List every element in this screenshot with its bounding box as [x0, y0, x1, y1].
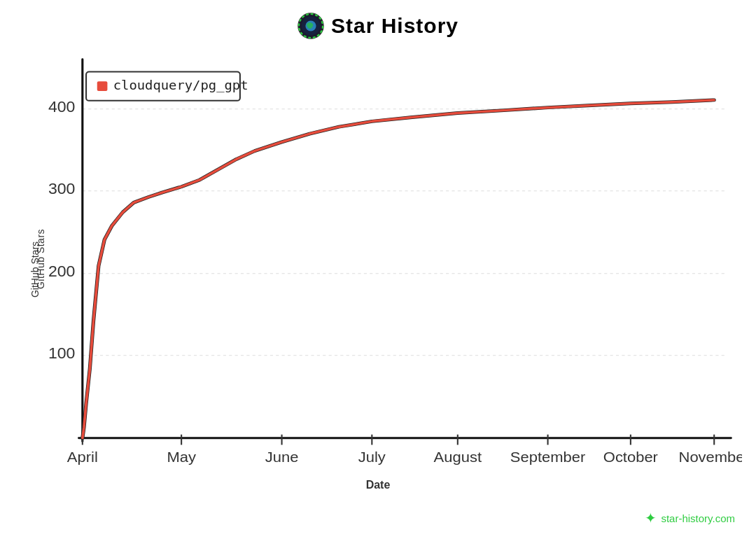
- y-axis-label: GitHub Stars: [29, 241, 41, 298]
- svg-text:August: August: [434, 449, 482, 465]
- page-title: Star History: [331, 14, 458, 38]
- chart-container: GitHub Stars 100: [38, 52, 742, 465]
- svg-text:May: May: [167, 449, 196, 465]
- svg-text:April: April: [67, 449, 98, 465]
- svg-text:October: October: [603, 449, 658, 465]
- page: Star History GitHub Stars: [0, 0, 756, 539]
- svg-text:400: 400: [48, 98, 75, 115]
- chart-line: [83, 100, 714, 438]
- svg-text:July: July: [358, 449, 386, 465]
- chart-line-shadow: [83, 100, 714, 438]
- watermark-text: star-history.com: [661, 512, 735, 524]
- svg-rect-31: [97, 81, 108, 91]
- title-area: Star History: [0, 13, 756, 39]
- main-chart-svg: 100 200 300 400 April May June July Augu…: [38, 52, 742, 465]
- svg-text:September: September: [510, 449, 585, 465]
- svg-text:June: June: [265, 449, 299, 465]
- svg-text:November: November: [679, 449, 742, 465]
- watermark: ✦ star-history.com: [645, 510, 735, 526]
- svg-text:cloudquery/pg_gpt: cloudquery/pg_gpt: [113, 78, 248, 92]
- svg-text:200: 200: [48, 262, 75, 279]
- svg-text:100: 100: [48, 344, 75, 361]
- svg-text:300: 300: [48, 180, 75, 197]
- star-history-logo: [298, 13, 324, 39]
- x-axis-label: Date: [0, 479, 756, 491]
- watermark-star-icon: ✦: [645, 510, 657, 526]
